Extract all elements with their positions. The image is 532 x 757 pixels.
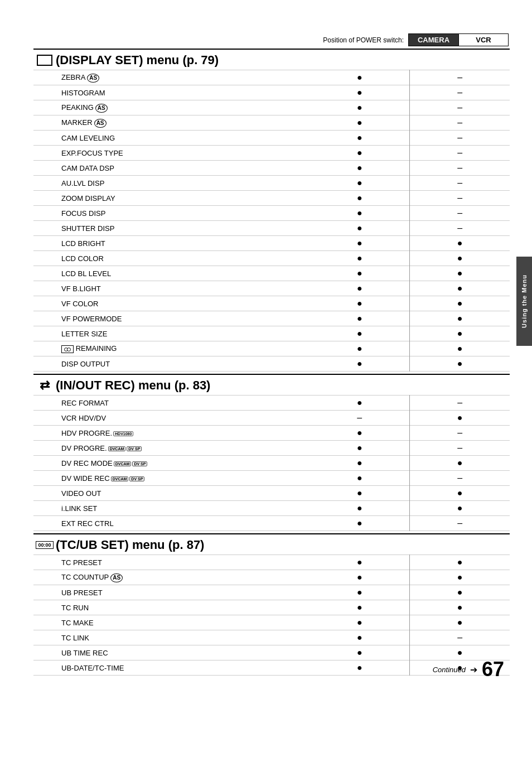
camera-header: CAMERA — [408, 33, 458, 46]
row-name: HDV PROGRE.HDV1080 — [33, 426, 309, 441]
vcr-cell: ● — [410, 251, 510, 266]
row-name: LCD BL LEVEL — [33, 266, 309, 281]
row-name: VIDEO OUT — [33, 486, 309, 501]
camera-cell: ● — [309, 396, 409, 411]
row-name: DISP OUTPUT — [33, 356, 309, 372]
row-name: VF POWERMODE — [33, 311, 309, 326]
vcr-cell: ● — [410, 296, 510, 311]
section-icon-tc-ub-set: 00:00 — [33, 541, 56, 549]
row-name: DV WIDE RECDVCAMDV SP — [33, 471, 309, 486]
table-row: CAM LEVELING●– — [33, 131, 510, 146]
camera-cell: ● — [309, 115, 409, 131]
table-row: UB PRESET●● — [33, 585, 510, 600]
format-badge: DVCAM — [111, 476, 129, 481]
vcr-cell: ● — [410, 356, 510, 372]
vcr-cell: ● — [410, 311, 510, 326]
row-name: LCD COLOR — [33, 251, 309, 266]
camera-cell: ● — [309, 236, 409, 251]
row-name: UB TIME REC — [33, 645, 309, 660]
row-name: TC COUNTUPAS — [33, 570, 309, 585]
camera-cell: ● — [309, 516, 409, 531]
table-row: VF COLOR●● — [33, 296, 510, 311]
table-row: TC MAKE●● — [33, 615, 510, 630]
camera-cell: ● — [309, 570, 409, 585]
table-row: DISP OUTPUT●● — [33, 356, 510, 372]
camera-cell: ● — [309, 341, 409, 356]
vcr-cell: – — [410, 131, 510, 146]
format-badge: DV SP — [129, 476, 144, 481]
footer-arrow: ➔ — [470, 664, 477, 675]
page-footer: Continued ➔ 67 — [433, 658, 504, 681]
row-name: TC LINK — [33, 630, 309, 645]
row-name: REMAINING — [33, 341, 309, 356]
section-title-display-set: (DISPLAY SET) menu (p. 79) — [56, 53, 219, 67]
camera-cell: ● — [309, 486, 409, 501]
row-name: ZOOM DISPLAY — [33, 191, 309, 206]
power-switch-row: Position of POWER switch: CAMERA VCR — [33, 33, 510, 46]
table-row: HDV PROGRE.HDV1080●– — [33, 426, 510, 441]
camera-cell: ● — [309, 251, 409, 266]
section-title-inout-rec: (IN/OUT REC) menu (p. 83) — [56, 378, 210, 393]
camera-cell: ● — [309, 176, 409, 191]
table-row: ZOOM DISPLAY●– — [33, 191, 510, 206]
row-name: UB PRESET — [33, 585, 309, 600]
row-name: LCD BRIGHT — [33, 236, 309, 251]
table-row: DV PROGRE.DVCAMDV SP●– — [33, 441, 510, 456]
vcr-cell: – — [410, 396, 510, 411]
section-icon-inout-rec: ⇄ — [33, 378, 56, 393]
table-row: MARKERAS●– — [33, 115, 510, 131]
vcr-cell: ● — [410, 266, 510, 281]
vcr-cell: ● — [410, 600, 510, 615]
row-name: HISTOGRAM — [33, 85, 309, 100]
camera-cell: ● — [309, 191, 409, 206]
camera-cell: ● — [309, 326, 409, 341]
vcr-cell: – — [410, 221, 510, 236]
camera-cell: ● — [309, 600, 409, 615]
table-row: LCD BL LEVEL●● — [33, 266, 510, 281]
table-row: REC FORMAT●– — [33, 396, 510, 411]
camera-cell: ● — [309, 471, 409, 486]
table-inout-rec: REC FORMAT●–VCR HDV/DV–●HDV PROGRE.HDV10… — [33, 395, 510, 531]
camera-cell: ● — [309, 585, 409, 600]
section-title-tc-ub-set: (TC/UB SET) menu (p. 87) — [56, 538, 204, 552]
vcr-cell: – — [410, 115, 510, 131]
vcr-cell: ● — [410, 341, 510, 356]
vcr-cell: – — [410, 426, 510, 441]
camera-cell: ● — [309, 266, 409, 281]
camera-cell: ● — [309, 501, 409, 516]
format-badge: DVCAM — [108, 446, 126, 451]
section-icon-display-set — [33, 55, 56, 66]
table-row: TC PRESET●● — [33, 555, 510, 570]
camera-cell: ● — [309, 645, 409, 660]
table-row: TC LINK●– — [33, 630, 510, 645]
vcr-cell: ● — [410, 615, 510, 630]
camera-cell: ● — [309, 70, 409, 85]
camera-cell: ● — [309, 161, 409, 176]
side-tab-text: Using the Menu — [521, 274, 528, 328]
vcr-cell: ● — [410, 486, 510, 501]
camera-cell: ● — [309, 85, 409, 100]
row-name: i.LINK SET — [33, 501, 309, 516]
vcr-cell: ● — [410, 456, 510, 471]
continued-text: Continued — [433, 666, 466, 674]
vcr-cell: – — [410, 441, 510, 456]
camera-cell: ● — [309, 456, 409, 471]
row-name: CAM LEVELING — [33, 131, 309, 146]
as-badge: AS — [95, 104, 108, 113]
cassette-icon — [61, 345, 74, 353]
vcr-cell: ● — [410, 326, 510, 341]
vcr-cell: ● — [410, 555, 510, 570]
vcr-cell: ● — [410, 570, 510, 585]
page-container: Position of POWER switch: CAMERA VCR (DI… — [0, 0, 532, 698]
row-name: ZEBRAAS — [33, 70, 309, 85]
vcr-cell: – — [410, 161, 510, 176]
row-name: DV PROGRE.DVCAMDV SP — [33, 441, 309, 456]
vcr-cell: – — [410, 100, 510, 115]
section-header-inout-rec: ⇄(IN/OUT REC) menu (p. 83) — [33, 374, 510, 395]
format-badge: DVCAM — [114, 461, 132, 466]
table-row: EXP.FOCUS TYPE●– — [33, 146, 510, 161]
table-row: LCD COLOR●● — [33, 251, 510, 266]
vcr-cell: – — [410, 206, 510, 221]
table-row: TC COUNTUPAS●● — [33, 570, 510, 585]
row-name: REC FORMAT — [33, 396, 309, 411]
